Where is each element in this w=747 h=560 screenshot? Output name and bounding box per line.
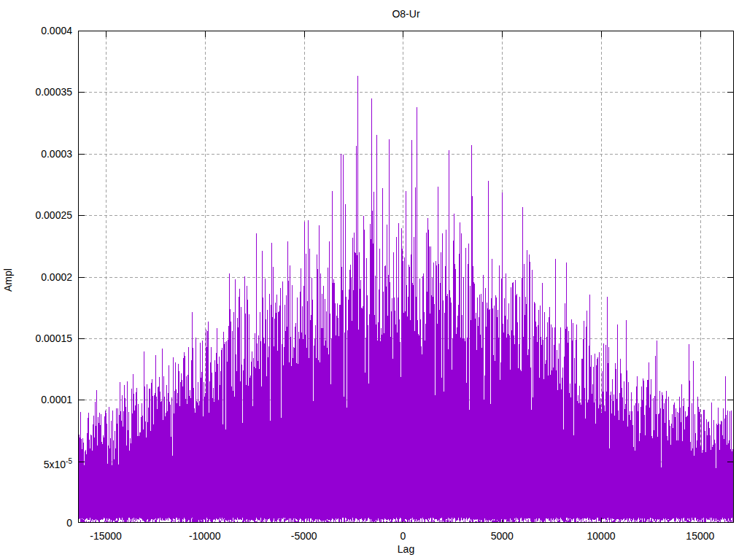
x-tick-label: 15000	[670, 530, 729, 542]
correlation-chart: O8-Ur Ampl 05x10-50.00010.000150.00020.0…	[0, 0, 747, 560]
x-axis-label: Lag	[78, 543, 734, 555]
y-tick-label: 0.00015	[0, 332, 72, 345]
x-tick-label: 10000	[572, 530, 631, 542]
y-tick-label: 0.00035	[0, 85, 72, 98]
plot-canvas	[78, 31, 734, 523]
y-tick-label: 0.0004	[0, 24, 72, 37]
x-tick-label: -10000	[175, 530, 234, 542]
chart-title: O8-Ur	[78, 8, 734, 20]
y-tick-label: 0.0002	[0, 271, 72, 284]
y-tick-label: 0.00025	[0, 209, 72, 222]
y-tick-label: 0.0001	[0, 393, 72, 406]
y-tick-label: 0.0003	[0, 147, 72, 160]
y-tick-label: 0	[0, 516, 72, 529]
plot-area	[78, 31, 734, 523]
y-tick-label: 5x10-5	[0, 455, 72, 471]
x-tick-label: 0	[374, 530, 433, 542]
x-tick-label: -5000	[274, 530, 333, 542]
x-tick-label: -15000	[77, 530, 136, 542]
x-tick-label: 5000	[473, 530, 532, 542]
